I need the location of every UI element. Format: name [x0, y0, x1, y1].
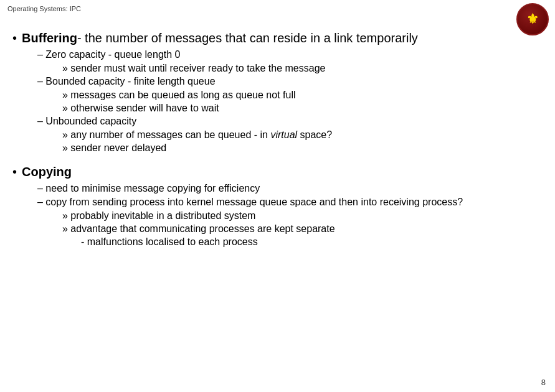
zero-capacity-sub-label: » sender must wait until receiver ready …: [62, 63, 325, 73]
page-number: 8: [541, 378, 546, 387]
buffering-label-rest: - the number of messages that can reside…: [77, 31, 418, 45]
copying-sub2-label: – copy from sending process into kernel …: [37, 197, 463, 207]
buffering-title: • Buffering - the number of messages tha…: [12, 31, 543, 45]
unbounded-italic: virtual: [270, 129, 297, 140]
unbounded-capacity-item: – Unbounded capacity: [37, 116, 543, 127]
header-title: Operating Systems: IPC: [7, 5, 81, 12]
copying-sub4-sub1-label: - malfunctions localised to each process: [81, 236, 258, 247]
copying-sub3-label: » probably inevitable in a distributed s…: [62, 210, 255, 221]
copying-sub2: – copy from sending process into kernel …: [37, 197, 543, 208]
bounded-capacity-sub1-label: » messages can be queued as long as queu…: [62, 90, 296, 100]
bounded-capacity-item: – Bounded capacity - finite length queue: [37, 76, 543, 87]
unbounded-capacity-sub1: » any number of messages can be queued -…: [62, 129, 543, 141]
copying-section: • Copying – need to minimise message cop…: [12, 165, 543, 248]
unbounded-capacity-sub2: » sender never delayed: [62, 142, 543, 154]
unbounded-capacity-sub2-label: » sender never delayed: [62, 142, 166, 153]
bullet-dot-2: •: [12, 165, 17, 179]
copying-sub4-label: » advantage that communicating processes…: [62, 223, 335, 234]
copying-label-bold: Copying: [22, 165, 72, 179]
unbounded-any-post: space?: [297, 129, 332, 140]
bounded-capacity-label: – Bounded capacity - finite length queue: [37, 76, 216, 86]
copying-sub1-label: – need to minimise message copying for e…: [37, 183, 260, 194]
copying-sub4-sub1: - malfunctions localised to each process: [81, 236, 543, 248]
bounded-capacity-sub2: » otherwise sender will have to wait: [62, 103, 543, 114]
zero-capacity-item: – Zero capacity - queue length 0: [37, 49, 543, 60]
buffering-label-bold: Buffering: [22, 31, 77, 45]
buffering-section: • Buffering - the number of messages tha…: [12, 31, 543, 154]
zero-capacity-sub: » sender must wait until receiver ready …: [62, 63, 543, 74]
unbounded-any-pre: » any number of messages can be queued -…: [62, 129, 270, 140]
bounded-capacity-sub2-label: » otherwise sender will have to wait: [62, 103, 219, 113]
unbounded-capacity-label: – Unbounded capacity: [37, 116, 136, 126]
main-content: • Buffering - the number of messages tha…: [12, 31, 543, 373]
bullet-dot-1: •: [12, 31, 17, 45]
copying-title: • Copying: [12, 165, 543, 179]
copying-sub1: – need to minimise message copying for e…: [37, 183, 543, 194]
zero-capacity-label: – Zero capacity - queue length 0: [37, 49, 180, 60]
bounded-capacity-sub1: » messages can be queued as long as queu…: [62, 90, 543, 101]
copying-sub3: » probably inevitable in a distributed s…: [62, 210, 543, 222]
copying-sub4: » advantage that communicating processes…: [62, 223, 543, 235]
